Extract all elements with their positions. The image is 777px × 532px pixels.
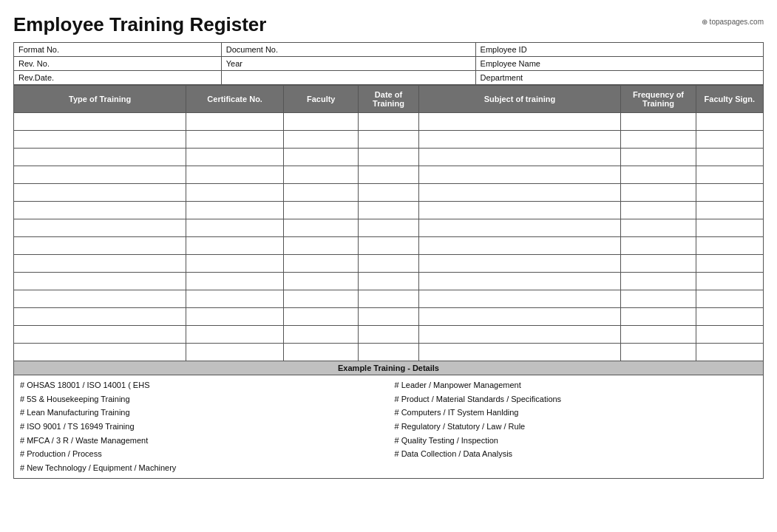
cell-freq: [621, 237, 696, 255]
table-body: [14, 113, 764, 361]
cell-type: [14, 308, 186, 326]
cell-cert: [186, 326, 284, 344]
meta-year: Year: [221, 57, 475, 71]
meta-department: Department: [475, 71, 763, 85]
cell-sign: [696, 202, 763, 219]
cell-type: [14, 184, 186, 202]
cell-sign: [696, 237, 763, 255]
example-right-item: # Leader / Manpower Management: [395, 378, 758, 392]
cell-type: [14, 149, 186, 166]
cell-cert: [186, 237, 284, 255]
example-left-item: # OHSAS 18001 / ISO 14001 ( EHS: [20, 378, 383, 392]
cell-date: [359, 344, 418, 361]
example-section: Example Training - Details # OHSAS 18001…: [13, 361, 764, 479]
th-faculty: Faculty: [284, 86, 359, 113]
cell-faculty: [284, 255, 359, 273]
cell-type: [14, 131, 186, 149]
cell-faculty: [284, 113, 359, 131]
cell-type: [14, 326, 186, 344]
cell-freq: [621, 184, 696, 202]
table-header: Type of Training Certificate No. Faculty…: [14, 86, 764, 113]
logo-text: topaspages.com: [710, 18, 764, 26]
cell-date: [359, 273, 418, 290]
cell-date: [359, 113, 418, 131]
cell-subject: [418, 131, 621, 149]
cell-freq: [621, 255, 696, 273]
page-header: Employee Training Register ⊕ topaspages.…: [13, 13, 764, 36]
table-row: [14, 202, 764, 219]
meta-doc-no: Document No.: [221, 43, 475, 57]
cell-subject: [418, 290, 621, 308]
cell-subject: [418, 308, 621, 326]
meta-row-1: Format No. Document No. Employee ID: [14, 43, 764, 57]
meta-rev-no: Rev. No.: [14, 57, 222, 71]
table-row: [14, 290, 764, 308]
cell-date: [359, 237, 418, 255]
cell-faculty: [284, 273, 359, 290]
cell-cert: [186, 202, 284, 219]
table-row: [14, 308, 764, 326]
cell-type: [14, 113, 186, 131]
cell-type: [14, 290, 186, 308]
example-right-item: # Quality Testing / Inspection: [395, 434, 758, 448]
cell-freq: [621, 131, 696, 149]
example-body: # OHSAS 18001 / ISO 14001 ( EHS# 5S & Ho…: [14, 375, 763, 478]
table-row: [14, 237, 764, 255]
cell-sign: [696, 273, 763, 290]
example-left-item: # Lean Manufacturing Training: [20, 406, 383, 420]
cell-faculty: [284, 344, 359, 361]
table-row: [14, 273, 764, 290]
meta-row-2: Rev. No. Year Employee Name: [14, 57, 764, 71]
example-left-col: # OHSAS 18001 / ISO 14001 ( EHS# 5S & Ho…: [14, 378, 389, 475]
cell-freq: [621, 219, 696, 237]
table-row: [14, 131, 764, 149]
cell-sign: [696, 255, 763, 273]
example-right-col: # Leader / Manpower Management# Product …: [389, 378, 764, 475]
main-table: Type of Training Certificate No. Faculty…: [13, 85, 764, 361]
cell-subject: [418, 166, 621, 184]
th-type-of-training: Type of Training: [14, 86, 186, 113]
meta-empty: [221, 71, 475, 85]
cell-cert: [186, 290, 284, 308]
cell-freq: [621, 344, 696, 361]
example-left-item: # 5S & Housekeeping Training: [20, 392, 383, 406]
table-row: [14, 326, 764, 344]
cell-faculty: [284, 326, 359, 344]
meta-employee-id: Employee ID: [475, 43, 763, 57]
cell-faculty: [284, 131, 359, 149]
cell-faculty: [284, 184, 359, 202]
cell-faculty: [284, 202, 359, 219]
cell-sign: [696, 131, 763, 149]
table-row: [14, 184, 764, 202]
logo-icon: ⊕: [702, 18, 708, 26]
example-right-item: # Product / Material Standards / Specifi…: [395, 392, 758, 406]
example-left-item: # ISO 9001 / TS 16949 Training: [20, 420, 383, 434]
example-left-item: # New Technology / Equipment / Machinery: [20, 461, 383, 475]
meta-rev-date: Rev.Date.: [14, 71, 222, 85]
cell-date: [359, 202, 418, 219]
cell-freq: [621, 149, 696, 166]
cell-date: [359, 149, 418, 166]
cell-sign: [696, 326, 763, 344]
meta-employee-name: Employee Name: [475, 57, 763, 71]
cell-type: [14, 273, 186, 290]
cell-date: [359, 255, 418, 273]
cell-date: [359, 308, 418, 326]
cell-faculty: [284, 219, 359, 237]
cell-freq: [621, 166, 696, 184]
cell-freq: [621, 308, 696, 326]
cell-freq: [621, 326, 696, 344]
cell-subject: [418, 202, 621, 219]
cell-type: [14, 166, 186, 184]
cell-subject: [418, 255, 621, 273]
cell-date: [359, 219, 418, 237]
meta-format-no: Format No.: [14, 43, 222, 57]
cell-date: [359, 184, 418, 202]
table-row: [14, 219, 764, 237]
cell-faculty: [284, 308, 359, 326]
cell-cert: [186, 219, 284, 237]
cell-sign: [696, 166, 763, 184]
example-right-item: # Computers / IT System Hanlding: [395, 406, 758, 420]
cell-cert: [186, 308, 284, 326]
cell-freq: [621, 202, 696, 219]
